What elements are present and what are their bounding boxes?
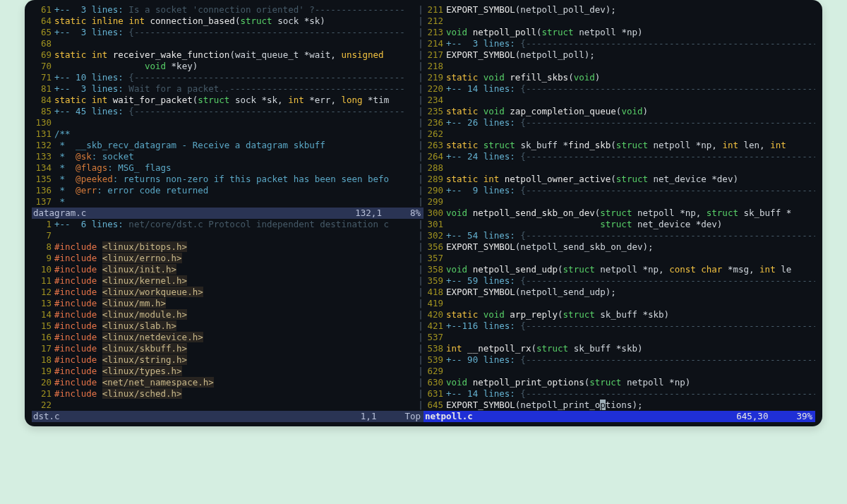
code-line[interactable]: 16#include <linux/netdevice.h>| (32, 332, 424, 343)
pane-datagram[interactable]: 61+-- 3 lines: Is a socket 'connection o… (32, 4, 424, 208)
vsplit-border: | (418, 196, 424, 208)
line-number: 11 (32, 275, 54, 287)
code-line[interactable]: 289static int netpoll_owner_active(struc… (424, 174, 815, 185)
code-line[interactable]: 64static inline int connection_based(str… (32, 16, 424, 27)
code-line[interactable]: 537 (424, 332, 815, 343)
line-number: 14 (32, 309, 54, 320)
code-content: +-- 9 lines: {--------------------------… (446, 185, 815, 196)
code-line[interactable]: 21#include <linux/sched.h>| (32, 388, 424, 400)
code-line[interactable]: 22| (32, 400, 424, 411)
code-content (446, 196, 815, 208)
code-line[interactable]: 84static int wait_for_packet(struct sock… (32, 95, 424, 106)
code-line[interactable]: 81+-- 3 lines: Wait for a packet..------… (32, 83, 424, 95)
status-pos: 1,1 (361, 411, 405, 422)
line-number: 134 (32, 162, 54, 174)
code-line[interactable]: 217EXPORT_SYMBOL(netpoll_poll); (424, 49, 815, 61)
code-line[interactable]: 538int __netpoll_rx(struct sk_buff *skb) (424, 343, 815, 354)
code-content (54, 400, 418, 411)
code-line[interactable]: 69static int receiver_wake_function(wait… (32, 49, 424, 61)
code-line[interactable]: 137 *| (32, 196, 424, 208)
code-content: * __skb_recv_datagram - Receive a datagr… (54, 140, 418, 151)
code-line[interactable]: 15#include <linux/slab.h>| (32, 320, 424, 332)
status-pos: 645,30 (736, 411, 796, 422)
code-line[interactable]: 135 * @peeked: returns non-zero if this … (32, 174, 424, 185)
code-line[interactable]: 13#include <linux/mm.h>| (32, 298, 424, 309)
code-line[interactable]: 631+-- 14 lines: {----------------------… (424, 388, 815, 400)
code-line[interactable]: 1+-- 6 lines: net/core/dst.c Protocol in… (32, 219, 424, 230)
code-line[interactable]: 65+-- 3 lines: {------------------------… (32, 27, 424, 38)
pane-netpoll[interactable]: 211EXPORT_SYMBOL(netpoll_poll_dev);21221… (424, 4, 815, 411)
code-line[interactable]: 7| (32, 230, 424, 241)
code-line[interactable]: 218 (424, 61, 815, 72)
line-number: 71 (32, 72, 54, 83)
code-line[interactable]: 131/**| (32, 128, 424, 140)
code-line[interactable]: 19#include <linux/types.h>| (32, 366, 424, 377)
vsplit-border: | (418, 388, 424, 400)
code-line[interactable]: 211EXPORT_SYMBOL(netpoll_poll_dev); (424, 4, 815, 16)
line-number: 10 (32, 264, 54, 275)
code-line[interactable]: 263static struct sk_buff *find_skb(struc… (424, 140, 815, 151)
code-line[interactable]: 418EXPORT_SYMBOL(netpoll_send_udp); (424, 287, 815, 298)
code-content: EXPORT_SYMBOL(netpoll_print_options); (446, 400, 815, 411)
code-line[interactable]: 539+-- 90 lines: {----------------------… (424, 354, 815, 366)
code-line[interactable]: 301 struct net_device *dev) (424, 219, 815, 230)
line-number: 65 (32, 27, 54, 38)
code-line[interactable]: 262 (424, 128, 815, 140)
code-line[interactable]: 302+-- 54 lines: {----------------------… (424, 230, 815, 241)
code-line[interactable]: 214+-- 3 lines: {-----------------------… (424, 38, 815, 49)
vsplit-border: | (418, 264, 424, 275)
statusbar-netpoll: netpoll.c 645,30 39% (424, 411, 815, 422)
code-line[interactable]: 358void netpoll_send_udp(struct netpoll … (424, 264, 815, 275)
code-line[interactable]: 630void netpoll_print_options(struct net… (424, 377, 815, 388)
code-line[interactable]: 12#include <linux/workqueue.h>| (32, 287, 424, 298)
code-line[interactable]: 130| (32, 117, 424, 128)
code-line[interactable]: 133 * @sk: socket| (32, 151, 424, 162)
code-line[interactable]: 299 (424, 196, 815, 208)
code-line[interactable]: 212 (424, 16, 815, 27)
code-content: +-- 14 lines: {-------------------------… (446, 388, 815, 400)
code-line[interactable]: 219static void refill_skbs(void) (424, 72, 815, 83)
code-line[interactable]: 356EXPORT_SYMBOL(netpoll_send_skb_on_dev… (424, 241, 815, 253)
code-line[interactable]: 645EXPORT_SYMBOL(netpoll_print_options); (424, 400, 815, 411)
code-line[interactable]: 290+-- 9 lines: {-----------------------… (424, 185, 815, 196)
code-line[interactable]: 20#include <net/net_namespace.h>| (32, 377, 424, 388)
code-line[interactable]: 134 * @flags: MSG_ flags| (32, 162, 424, 174)
status-pos: 132,1 (355, 208, 410, 219)
code-line[interactable]: 9#include <linux/errno.h>| (32, 253, 424, 264)
code-content: +-- 3 lines: {--------------------------… (446, 38, 815, 49)
code-line[interactable]: 264+-- 24 lines: {----------------------… (424, 151, 815, 162)
code-line[interactable]: 11#include <linux/kernel.h>| (32, 275, 424, 287)
code-line[interactable]: 236+-- 26 lines: {----------------------… (424, 117, 815, 128)
code-content: EXPORT_SYMBOL(netpoll_send_udp); (446, 287, 815, 298)
code-line[interactable]: 213void netpoll_poll(struct netpoll *np) (424, 27, 815, 38)
code-line[interactable]: 421+--116 lines: {----------------------… (424, 320, 815, 332)
line-number: 19 (32, 366, 54, 377)
code-line[interactable]: 14#include <linux/module.h>| (32, 309, 424, 320)
code-line[interactable]: 68| (32, 38, 424, 49)
code-line[interactable]: 10#include <linux/init.h>| (32, 264, 424, 275)
code-line[interactable]: 359+-- 59 lines: {----------------------… (424, 275, 815, 287)
code-line[interactable]: 136 * @err: error code returned| (32, 185, 424, 196)
code-line[interactable]: 419 (424, 298, 815, 309)
code-line[interactable]: 220+-- 14 lines: {----------------------… (424, 83, 815, 95)
code-line[interactable]: 629 (424, 366, 815, 377)
code-line[interactable]: 17#include <linux/skbuff.h>| (32, 343, 424, 354)
vsplit-border: | (418, 151, 424, 162)
code-line[interactable]: 18#include <linux/string.h>| (32, 354, 424, 366)
vsplit-border: | (418, 320, 424, 332)
pane-dst[interactable]: 1+-- 6 lines: net/core/dst.c Protocol in… (32, 219, 424, 411)
code-line[interactable]: 357 (424, 253, 815, 264)
code-line[interactable]: 420static void arp_reply(struct sk_buff … (424, 309, 815, 320)
code-content: static void zap_completion_queue(void) (446, 106, 815, 117)
code-line[interactable]: 300void netpoll_send_skb_on_dev(struct n… (424, 208, 815, 219)
code-line[interactable]: 61+-- 3 lines: Is a socket 'connection o… (32, 4, 424, 16)
code-line[interactable]: 288 (424, 162, 815, 174)
code-line[interactable]: 8#include <linux/bitops.h>| (32, 241, 424, 253)
code-line[interactable]: 85+-- 45 lines: {-----------------------… (32, 106, 424, 117)
line-number: 539 (424, 354, 446, 366)
code-line[interactable]: 235static void zap_completion_queue(void… (424, 106, 815, 117)
code-line[interactable]: 70 void *key)| (32, 61, 424, 72)
code-line[interactable]: 71+-- 10 lines: {-----------------------… (32, 72, 424, 83)
code-line[interactable]: 234 (424, 95, 815, 106)
code-line[interactable]: 132 * __skb_recv_datagram - Receive a da… (32, 140, 424, 151)
